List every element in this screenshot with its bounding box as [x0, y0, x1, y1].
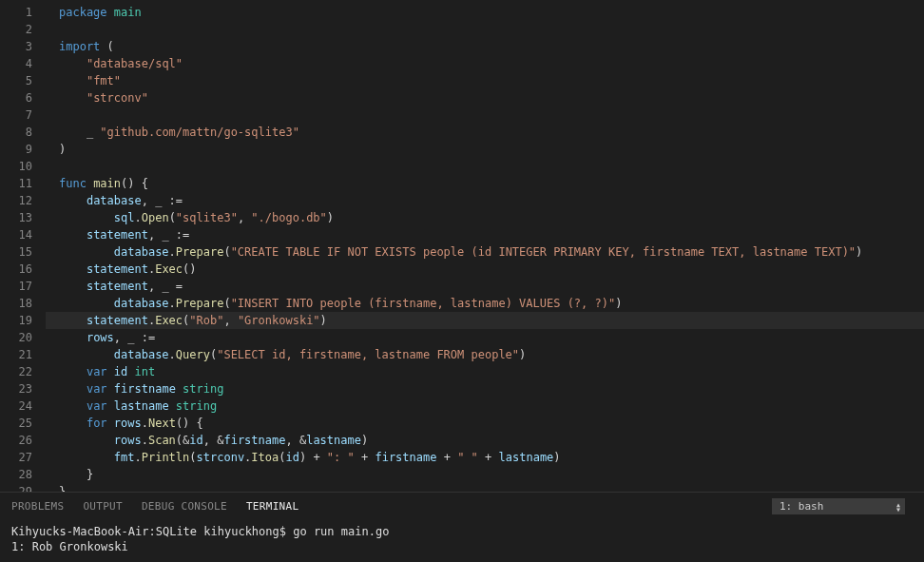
line-number: 22: [0, 363, 32, 380]
line-number: 7: [0, 107, 32, 124]
tab-debug-console[interactable]: DEBUG CONSOLE: [142, 500, 227, 513]
line-number: 3: [0, 38, 32, 55]
line-number: 18: [0, 295, 32, 312]
line-number: 29: [0, 483, 32, 492]
line-number: 14: [0, 226, 32, 243]
code-line[interactable]: [46, 21, 924, 38]
code-line[interactable]: }: [46, 466, 924, 483]
chevron-updown-icon: ▴▾: [895, 502, 901, 512]
code-line[interactable]: import (: [46, 38, 924, 55]
code-line[interactable]: for rows.Next() {: [46, 415, 924, 432]
line-number-gutter: 1234567891011121314151617181920212223242…: [0, 0, 46, 492]
code-line[interactable]: var id int: [46, 363, 924, 380]
line-number: 12: [0, 192, 32, 209]
tab-output[interactable]: OUTPUT: [83, 500, 123, 513]
code-line[interactable]: [46, 107, 924, 124]
line-number: 28: [0, 466, 32, 483]
code-line[interactable]: package main: [46, 4, 924, 21]
code-line[interactable]: [46, 158, 924, 175]
line-number: 23: [0, 380, 32, 397]
tab-terminal[interactable]: TERMINAL: [246, 500, 298, 513]
code-content[interactable]: package mainimport ( "database/sql" "fmt…: [46, 0, 924, 492]
editor-area: 1234567891011121314151617181920212223242…: [0, 0, 924, 492]
line-number: 5: [0, 72, 32, 89]
line-number: 1: [0, 4, 32, 21]
code-line[interactable]: statement.Exec(): [46, 261, 924, 278]
line-number: 25: [0, 415, 32, 432]
code-line[interactable]: "strconv": [46, 89, 924, 107]
code-line[interactable]: database.Prepare("INSERT INTO people (fi…: [46, 295, 924, 312]
line-number: 4: [0, 55, 32, 72]
line-number: 10: [0, 158, 32, 175]
line-number: 6: [0, 89, 32, 107]
line-number: 26: [0, 432, 32, 449]
line-number: 21: [0, 346, 32, 363]
code-line[interactable]: fmt.Println(strconv.Itoa(id) + ": " + fi…: [46, 449, 924, 466]
code-line[interactable]: statement, _ =: [46, 278, 924, 295]
code-line[interactable]: statement, _ :=: [46, 226, 924, 243]
line-number: 19: [0, 312, 32, 329]
code-line[interactable]: var lastname string: [46, 397, 924, 415]
code-line[interactable]: "fmt": [46, 72, 924, 89]
code-line[interactable]: func main() {: [46, 175, 924, 192]
code-line[interactable]: statement.Exec("Rob", "Gronkowski"): [46, 312, 924, 329]
line-number: 11: [0, 175, 32, 192]
terminal-selector[interactable]: 1: bash ▴▾: [772, 498, 905, 514]
terminal-line: 1: Rob Gronkowski: [11, 540, 128, 553]
code-line[interactable]: database.Query("SELECT id, firstname, la…: [46, 346, 924, 363]
line-number: 15: [0, 243, 32, 261]
code-line[interactable]: database.Prepare("CREATE TABLE IF NOT EX…: [46, 243, 924, 261]
code-line[interactable]: "database/sql": [46, 55, 924, 72]
line-number: 8: [0, 124, 32, 141]
code-line[interactable]: _ "github.com/mattn/go-sqlite3": [46, 124, 924, 141]
line-number: 27: [0, 449, 32, 466]
terminal-line: Kihyucks-MacBook-Air:SQLite kihyuckhong$…: [11, 525, 389, 538]
code-line[interactable]: ): [46, 141, 924, 158]
terminal-output[interactable]: Kihyucks-MacBook-Air:SQLite kihyuckhong$…: [0, 520, 924, 562]
line-number: 16: [0, 261, 32, 278]
code-line[interactable]: var firstname string: [46, 380, 924, 397]
code-line[interactable]: rows.Scan(&id, &firstname, &lastname): [46, 432, 924, 449]
line-number: 24: [0, 397, 32, 415]
code-line[interactable]: }: [46, 483, 924, 492]
tab-problems[interactable]: PROBLEMS: [11, 500, 64, 513]
line-number: 13: [0, 209, 32, 226]
line-number: 17: [0, 278, 32, 295]
bottom-panel: PROBLEMS OUTPUT DEBUG CONSOLE TERMINAL 1…: [0, 492, 924, 562]
line-number: 20: [0, 329, 32, 346]
line-number: 2: [0, 21, 32, 38]
code-line[interactable]: rows, _ :=: [46, 329, 924, 346]
line-number: 9: [0, 141, 32, 158]
panel-tabs: PROBLEMS OUTPUT DEBUG CONSOLE TERMINAL 1…: [0, 493, 924, 520]
code-line[interactable]: database, _ :=: [46, 192, 924, 209]
code-line[interactable]: sql.Open("sqlite3", "./bogo.db"): [46, 209, 924, 226]
